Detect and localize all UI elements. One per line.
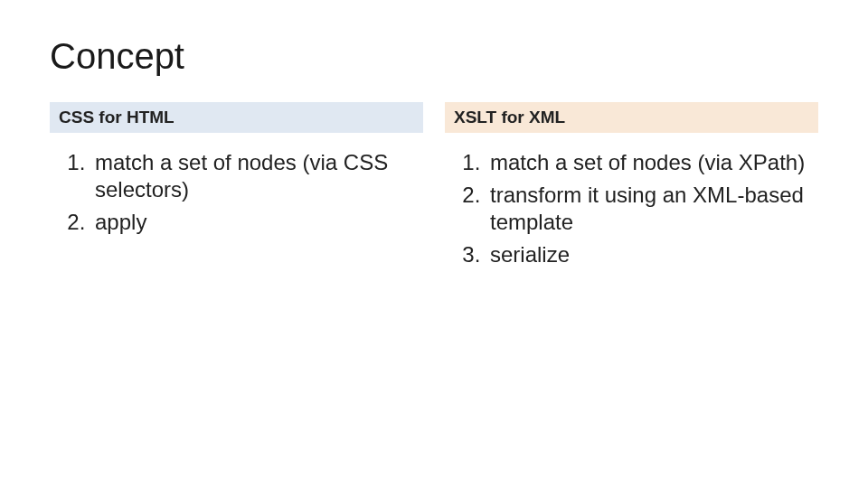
list-item: serialize <box>486 241 818 268</box>
column-right: XSLT for XML match a set of nodes (via X… <box>445 102 818 274</box>
right-heading: XSLT for XML <box>445 102 818 133</box>
list-item: transform it using an XML-based template <box>486 182 818 236</box>
slide: Concept CSS for HTML match a set of node… <box>0 0 868 488</box>
column-left: CSS for HTML match a set of nodes (via C… <box>50 102 423 274</box>
left-heading: CSS for HTML <box>50 102 423 133</box>
columns: CSS for HTML match a set of nodes (via C… <box>50 102 818 274</box>
list-item: apply <box>91 209 423 236</box>
left-list: match a set of nodes (via CSS selectors)… <box>50 149 423 236</box>
right-list: match a set of nodes (via XPath) transfo… <box>445 149 818 268</box>
slide-title: Concept <box>50 36 818 77</box>
list-item: match a set of nodes (via CSS selectors) <box>91 149 423 203</box>
list-item: match a set of nodes (via XPath) <box>486 149 818 176</box>
